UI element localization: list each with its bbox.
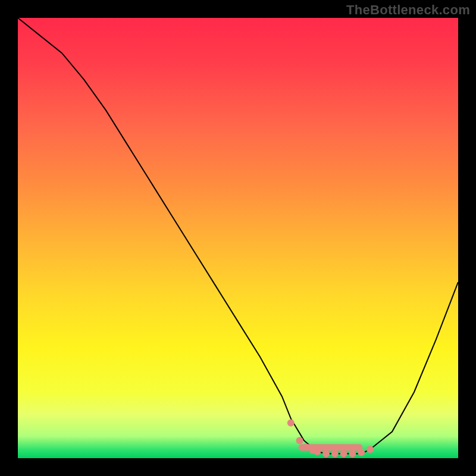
curve-layer [18, 18, 458, 458]
watermark-text: TheBottleneck.com [346, 2, 470, 18]
chart-frame: TheBottleneck.com [0, 0, 476, 476]
svg-point-8 [349, 450, 356, 458]
plot-area [18, 18, 458, 458]
svg-point-1 [296, 437, 303, 444]
svg-point-6 [331, 450, 339, 458]
svg-rect-11 [299, 444, 363, 451]
main-curve [18, 18, 458, 454]
svg-point-10 [367, 446, 374, 453]
marker-dots [287, 419, 374, 458]
svg-point-7 [340, 450, 347, 458]
svg-point-5 [322, 450, 330, 458]
svg-point-0 [287, 419, 295, 427]
